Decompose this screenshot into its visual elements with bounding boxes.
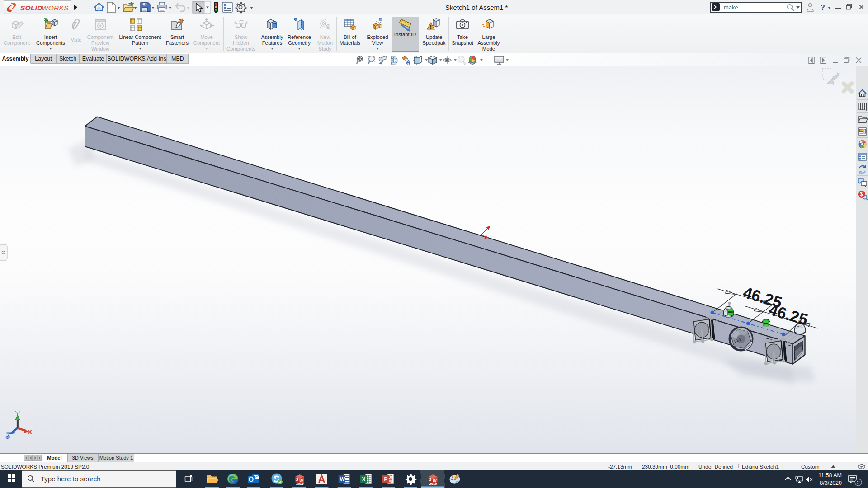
svg-text:W: W xyxy=(340,476,345,483)
svg-text:P: P xyxy=(384,476,388,483)
svg-text:S: S xyxy=(429,477,432,482)
svg-text:make: make xyxy=(724,4,738,11)
svg-text:A: A xyxy=(406,59,410,65)
svg-text:46.25: 46.25 xyxy=(767,300,810,328)
svg-text:2019: 2019 xyxy=(429,482,437,486)
svg-text:2: 2 xyxy=(857,480,860,485)
svg-text:WORKS: WORKS xyxy=(42,4,69,12)
svg-text:2019: 2019 xyxy=(296,482,304,486)
svg-text:S: S xyxy=(296,477,298,482)
svg-text:?: ? xyxy=(821,4,825,11)
svg-text:X: X xyxy=(362,476,366,483)
svg-text:SOLID: SOLID xyxy=(20,4,42,12)
